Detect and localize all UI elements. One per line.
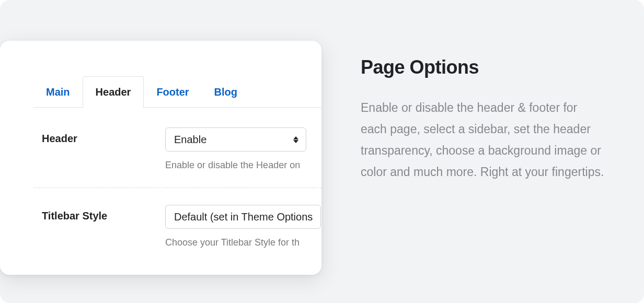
tab-blog[interactable]: Blog [202,77,250,108]
titlebar-select[interactable]: Default (set in Theme Options [165,205,321,229]
page-description: Enable or disable the header & footer fo… [361,97,606,183]
header-select[interactable]: Enable [165,127,306,152]
sort-icon [293,134,300,145]
tab-header[interactable]: Header [83,76,144,108]
row-header: Header Enable Enable or disable the Head… [0,127,321,188]
header-help-text: Enable or disable the Header on [165,160,321,171]
header-select-value: Enable [174,134,206,146]
titlebar-help-text: Choose your Titlebar Style for th [165,237,321,248]
titlebar-select-value: Default (set in Theme Options [174,211,313,223]
page-title: Page Options [361,56,606,78]
options-panel: Main Header Footer Blog Header Enable En… [0,41,321,275]
tab-main[interactable]: Main [33,77,83,108]
tab-footer[interactable]: Footer [144,77,201,108]
row-titlebar: Titlebar Style Default (set in Theme Opt… [33,188,321,265]
titlebar-label: Titlebar Style [42,205,165,222]
description-block: Page Options Enable or disable the heade… [361,56,606,183]
header-label: Header [42,127,165,145]
form-area: Header Enable Enable or disable the Head… [0,108,321,265]
tabs-bar: Main Header Footer Blog [0,41,321,108]
